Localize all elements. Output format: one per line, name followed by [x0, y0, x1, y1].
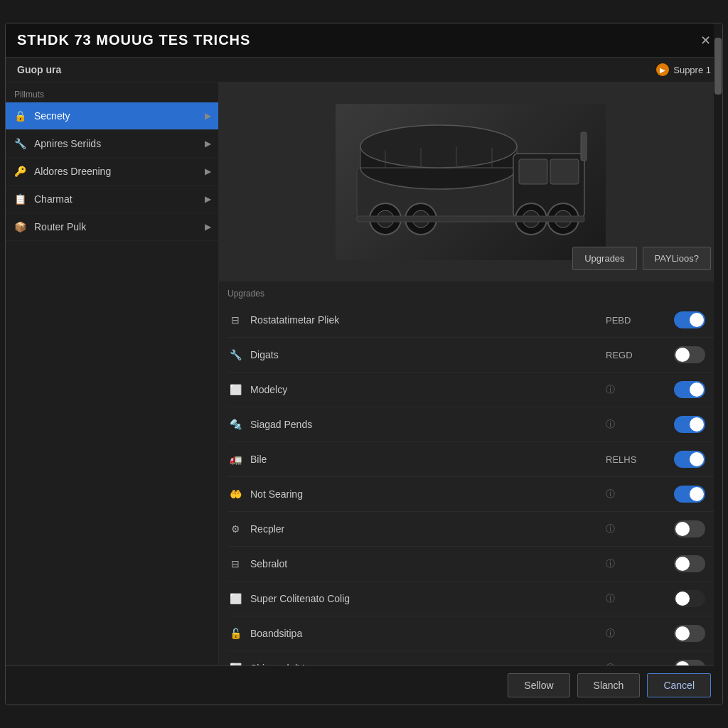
- table-row: ⬜ Modelcy ⓘ: [228, 373, 722, 407]
- apnires-icon: 🔧: [13, 136, 27, 151]
- close-button[interactable]: ✕: [700, 34, 711, 47]
- table-row: 🔧 Digats REGD: [228, 338, 722, 373]
- table-row: ⚙ Recpler ⓘ: [228, 512, 722, 547]
- left-panel: Pillmuts 🔒 Secnety ▶ 🔧 Apnires Seriids ▶…: [6, 82, 219, 665]
- slanch-button[interactable]: Slanch: [577, 673, 641, 697]
- main-layout: Pillmuts 🔒 Secnety ▶ 🔧 Apnires Seriids ▶…: [6, 82, 722, 665]
- toggle-bile[interactable]: [674, 451, 705, 468]
- not-searing-value: ⓘ: [606, 488, 663, 500]
- sidebar-item-aldores[interactable]: 🔑 Aldores Dreening ▶: [6, 158, 218, 186]
- svg-point-3: [360, 125, 517, 168]
- aldores-icon: 🔑: [13, 164, 27, 178]
- sebralot-name: Sebralot: [250, 558, 599, 569]
- rostatatimetar-toggle[interactable]: [670, 311, 705, 328]
- modelcy-toggle[interactable]: [670, 381, 705, 398]
- truck-section: Upgrades PAYLioos?: [219, 82, 722, 282]
- siagad-icon: 🔩: [228, 417, 243, 432]
- upgrades-button[interactable]: Upgrades: [572, 247, 636, 270]
- aldores-label: Aldores Dreening: [34, 166, 198, 177]
- orange-arrow-icon: ▶: [656, 63, 669, 76]
- boandsitipa-icon: 🔓: [228, 626, 243, 641]
- toggle-digats[interactable]: [674, 346, 705, 363]
- upgrades-section: Upgrades ⊟ Rostatatimetar Pliek PEBD 🔧 D…: [219, 282, 722, 665]
- rostatatimetar-icon: ⊟: [228, 312, 243, 328]
- sebralot-value: ⓘ: [606, 557, 663, 570]
- digats-value: REGD: [606, 350, 663, 360]
- shipponh-name: Shipponh lV: [250, 663, 599, 665]
- shipponh-value: ⓘ: [606, 662, 663, 665]
- sidebar-item-routerpulk[interactable]: 📦 Router Pulk ▶: [6, 213, 218, 241]
- rostatatimetar-name: Rostatatimetar Pliek: [250, 314, 599, 326]
- truck-svg: [336, 104, 606, 260]
- sebralot-toggle[interactable]: [670, 555, 705, 572]
- charmat-label: Charmat: [34, 193, 198, 205]
- svg-rect-7: [581, 132, 587, 161]
- sidebar-item-charmat[interactable]: 📋 Charmat ▶: [6, 186, 218, 213]
- table-row: ⬜ Shipponh lV ⓘ: [228, 651, 722, 665]
- routerpulk-icon: 📦: [13, 220, 27, 234]
- routerpulk-arrow-icon: ▶: [205, 222, 211, 232]
- toggle-shipponh[interactable]: [674, 660, 705, 665]
- super-coli-name: Super Colitenato Colig: [250, 593, 599, 604]
- toggle-modelcy[interactable]: [674, 381, 705, 398]
- toggle-super-coli[interactable]: [674, 590, 705, 607]
- scrollbar-track[interactable]: [714, 23, 722, 705]
- sebralot-icon: ⊟: [228, 556, 243, 572]
- super-coli-toggle[interactable]: [670, 590, 705, 607]
- toggle-siagad[interactable]: [674, 416, 705, 433]
- not-searing-toggle[interactable]: [670, 486, 705, 503]
- sidebar-item-apnires[interactable]: 🔧 Apnires Seriids ▶: [6, 130, 218, 158]
- sidebar-item-secnety[interactable]: 🔒 Secnety ▶: [6, 102, 218, 130]
- bile-toggle[interactable]: [670, 451, 705, 468]
- secnety-icon: 🔒: [13, 109, 27, 123]
- scrollbar-thumb[interactable]: [714, 38, 722, 95]
- super-coli-value: ⓘ: [606, 592, 663, 605]
- toggle-not-searing[interactable]: [674, 486, 705, 503]
- secnety-arrow-icon: ▶: [205, 111, 211, 121]
- right-panel: Upgrades PAYLioos? Upgrades ⊟ Rostatatim…: [219, 82, 722, 665]
- subtitle-bar: Guop ura ▶ Suppre 1: [6, 58, 722, 82]
- charmat-arrow-icon: ▶: [205, 194, 211, 204]
- window-title: STHDK 73 MOUUG TES TRICHS: [17, 32, 250, 48]
- pay-button[interactable]: PAYLioos?: [643, 247, 711, 270]
- recpler-name: Recpler: [250, 523, 599, 535]
- bile-name: Bile: [250, 454, 599, 465]
- boandsitipa-toggle[interactable]: [670, 625, 705, 642]
- subtitle-text: Guop ura: [17, 64, 61, 75]
- siagad-toggle[interactable]: [670, 416, 705, 433]
- title-bar: STHDK 73 MOUUG TES TRICHS ✕: [6, 23, 722, 58]
- digats-icon: 🔧: [228, 347, 243, 363]
- footer-bar: Sellow Slanch Cancel: [6, 665, 722, 705]
- shipponh-icon: ⬜: [228, 660, 243, 665]
- toggle-boandsitipa[interactable]: [674, 625, 705, 642]
- toggle-recpler[interactable]: [674, 520, 705, 537]
- main-window: STHDK 73 MOUUG TES TRICHS ✕ Guop ura ▶ S…: [5, 23, 723, 705]
- table-row: ⬜ Super Colitenato Colig ⓘ: [228, 582, 722, 616]
- upgrades-title: Upgrades: [228, 282, 722, 303]
- super-coli-icon: ⬜: [228, 591, 243, 606]
- cancel-button[interactable]: Cancel: [647, 673, 711, 697]
- recpler-toggle[interactable]: [670, 520, 705, 537]
- digats-toggle[interactable]: [670, 346, 705, 363]
- apnires-arrow-icon: ▶: [205, 139, 211, 149]
- modelcy-value: ⓘ: [606, 383, 663, 396]
- siagad-name: Siagad Pends: [250, 419, 599, 430]
- table-row: 🔓 Boandsitipa ⓘ: [228, 616, 722, 651]
- bile-icon: 🚛: [228, 451, 243, 467]
- secnety-label: Secnety: [34, 110, 198, 122]
- recpler-icon: ⚙: [228, 521, 243, 537]
- bile-value: RELHS: [606, 454, 663, 465]
- table-row: 🔩 Siagad Pends ⓘ: [228, 407, 722, 442]
- shipponh-toggle[interactable]: [670, 660, 705, 665]
- sellow-button[interactable]: Sellow: [508, 673, 569, 697]
- svg-rect-16: [357, 216, 584, 222]
- modelcy-name: Modelcy: [250, 384, 599, 395]
- truck-image: [336, 104, 606, 260]
- charmat-icon: 📋: [13, 192, 27, 206]
- toggle-rostatatimetar[interactable]: [674, 311, 705, 328]
- boandsitipa-name: Boandsitipa: [250, 628, 599, 639]
- not-searing-name: Not Searing: [250, 488, 599, 500]
- modelcy-icon: ⬜: [228, 382, 243, 397]
- toggle-sebralot[interactable]: [674, 555, 705, 572]
- table-row: 🚛 Bile RELHS: [228, 442, 722, 477]
